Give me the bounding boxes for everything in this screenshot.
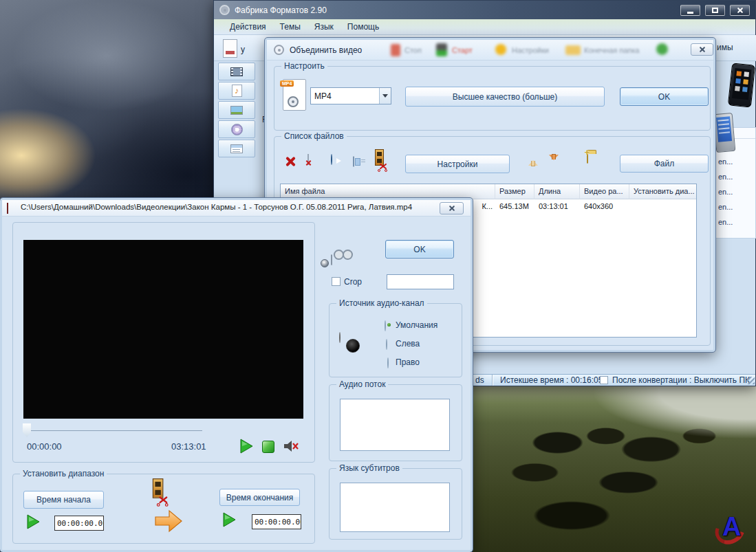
combobox-dropdown-button[interactable] [379,88,391,104]
cell-video: 640x360 [580,199,629,213]
close-button[interactable] [730,5,750,16]
add-folder-icon[interactable] [587,153,588,164]
list-item[interactable]: en... [714,154,755,169]
list-item[interactable]: en... [714,199,755,214]
column-size[interactable]: Размер [495,184,534,199]
start-time-button[interactable]: Время начала [23,491,104,509]
sidebar-item-rom-device[interactable] [218,120,255,138]
apply-range-arrow-icon[interactable] [154,509,183,533]
column-filename[interactable]: Имя файла [281,184,495,199]
radio-default-label: Умолчания [396,320,438,330]
format-combobox-value: MP4 [311,91,379,101]
file-settings-button[interactable]: Настройки [405,155,510,173]
list-item[interactable]: en... [714,169,755,184]
seek-thumb[interactable] [23,423,31,437]
shutdown-checkbox[interactable] [600,376,608,384]
clip-ok-button[interactable]: OK [385,240,454,258]
menu-help[interactable]: Помощь [341,21,385,33]
merge-dialog-close-button[interactable] [691,43,713,56]
close-icon [699,46,706,53]
clip-dialog: C:\Users\Домашний\Downloads\Видеолекции\… [0,198,473,552]
crop-checkbox[interactable] [332,277,341,286]
clip-scissors-icon [149,478,175,510]
list-item[interactable]: en... [714,184,755,199]
merge-ok-button[interactable]: OK [620,87,709,106]
pda-phone-icon [713,113,736,153]
play-media-icon[interactable] [331,154,332,165]
seek-track[interactable] [27,430,202,431]
end-play-icon[interactable] [222,512,237,527]
play-button[interactable] [239,439,254,454]
radio-left[interactable] [386,339,387,350]
arrow-up-icon [531,161,535,166]
scissors-icon [385,169,387,172]
clip-tool-icon[interactable] [374,149,393,173]
scissors-icon [157,503,160,507]
desktop-wallpaper-landscape: A [473,386,756,552]
quality-button[interactable]: Высшее качество (больше) [405,87,605,107]
audio-stream-label: Аудио поток [336,379,388,389]
sidebar-item-advanced[interactable] [218,140,255,157]
list-item[interactable]: en... [714,214,755,230]
radio-left-label: Слева [396,339,420,349]
sidebar-item-audio[interactable] [218,82,255,100]
range-group: Установить диапазон Время начала Время о… [12,474,315,544]
configure-group: Настроить MP4 MP4 Высшее качество (больш… [274,66,711,131]
merge-dialog-titlebar[interactable]: Объединить видео Стоп Старт Настройки Ко… [267,40,713,60]
current-time: 00:00:00 [27,441,62,452]
add-file-button[interactable]: Файл [620,155,709,173]
arrow-down-icon [552,154,556,159]
column-video[interactable]: Видео ра... [580,184,629,199]
range-group-label: Установить диапазон [20,469,107,478]
menu-themes[interactable]: Темы [274,21,307,33]
subtitles-label: Язык субтитров [336,463,402,473]
scissors-icon [165,503,169,507]
subtitles-list[interactable] [340,483,450,532]
end-time-field[interactable]: 00:00:00.00 [252,514,301,529]
sidebar-item-picture[interactable] [218,101,255,119]
clear-list-icon[interactable] [307,154,309,165]
mp4-badge: MP4 [280,80,294,87]
radio-right[interactable] [387,357,389,368]
configure-group-label: Настроить [281,61,327,71]
mp4-format-icon: MP4 [283,79,306,111]
mute-button[interactable] [283,439,299,453]
close-icon [449,205,455,212]
ghost-start-icon [436,43,447,56]
status-separator [492,375,493,386]
menu-actions[interactable]: Действия [224,21,272,33]
audio-stream-list[interactable] [340,399,450,451]
speaker-icon [339,332,341,343]
crop-field[interactable] [387,274,454,289]
end-time-button[interactable]: Время окончания [219,489,300,506]
minimize-button[interactable] [680,5,700,16]
subtitles-group: Язык субтитров [329,468,462,540]
mobile-devices-image [712,61,756,130]
main-titlebar[interactable]: Фабрика Форматов 2.90 [214,1,755,19]
clip-dialog-titlebar[interactable]: C:\Users\Домашний\Downloads\Видеолекции\… [2,200,471,217]
main-window-title: Фабрика Форматов 2.90 [235,5,676,15]
crop-label: Crop [344,277,362,287]
format-combobox[interactable]: MP4 [310,87,391,104]
properties-icon[interactable] [353,156,354,167]
resize-grip[interactable] [747,377,755,384]
maximize-button[interactable] [705,5,725,16]
menu-language[interactable]: Язык [308,21,340,33]
column-range[interactable]: Установить диа... [629,184,696,199]
radio-default[interactable] [385,320,386,331]
clip-dialog-close-button[interactable] [440,202,464,214]
watermark-logo: A [713,511,752,549]
toolbar-partial-label-left: у [241,45,245,54]
ghost-start-label: Старт [452,46,473,54]
sidebar-item-video[interactable] [218,63,255,80]
app-icon [219,5,230,15]
video-camera-icon [331,254,332,265]
stop-button[interactable] [262,441,274,453]
video-screen[interactable] [23,240,303,419]
ghost-settings-icon [495,44,506,55]
column-length[interactable]: Длина [534,184,580,199]
film-strip-icon [153,478,164,498]
start-time-field[interactable]: 00:00:00.00 [54,516,104,531]
start-play-icon[interactable] [25,514,41,529]
remove-file-toolbar-icon[interactable] [223,39,237,58]
